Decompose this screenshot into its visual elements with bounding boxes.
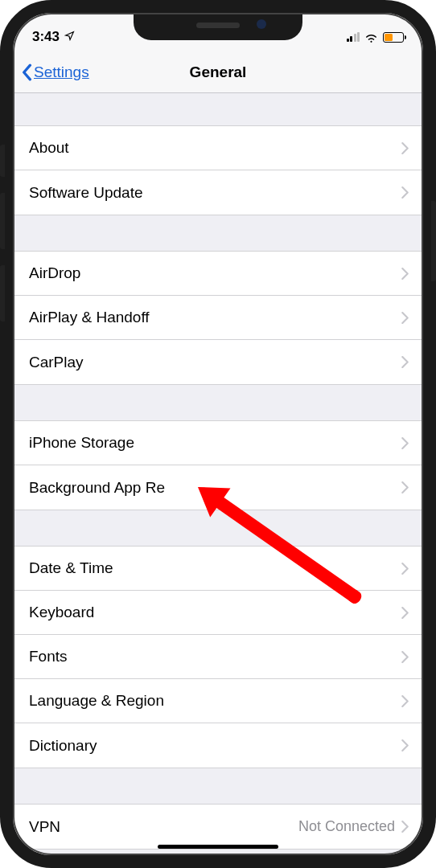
row-label: AirPlay & Handoff (29, 309, 401, 326)
cellular-signal-icon (347, 32, 360, 42)
chevron-right-icon (401, 739, 409, 751)
chevron-right-icon (401, 821, 409, 833)
chevron-right-icon (401, 186, 409, 199)
row-label: Keyboard (29, 604, 401, 621)
settings-group: iPhone StorageBackground App Re (13, 420, 423, 510)
row-keyboard[interactable]: Keyboard (13, 591, 423, 635)
chevron-right-icon (401, 312, 409, 324)
group-gap (13, 93, 423, 125)
back-button[interactable]: Settings (21, 63, 89, 81)
row-label: Date & Time (29, 559, 401, 577)
battery-icon (383, 32, 404, 43)
page-title: General (190, 63, 247, 81)
row-language-region[interactable]: Language & Region (13, 679, 423, 723)
row-about[interactable]: About (13, 126, 423, 170)
status-time: 3:43 (32, 29, 60, 45)
settings-group: VPNNot Connected (13, 804, 423, 850)
row-label: Software Update (29, 184, 401, 202)
row-fonts[interactable]: Fonts (13, 635, 423, 679)
nav-header: Settings General (13, 51, 423, 93)
chevron-right-icon (401, 651, 409, 663)
chevron-right-icon (401, 563, 409, 575)
chevron-left-icon (21, 63, 32, 81)
row-label: Language & Region (29, 692, 401, 710)
settings-list[interactable]: AboutSoftware UpdateAirDropAirPlay & Han… (13, 93, 423, 855)
group-gap (13, 510, 423, 546)
row-detail: Not Connected (298, 818, 395, 835)
row-label: Fonts (29, 648, 401, 665)
chevron-right-icon (401, 142, 409, 154)
settings-group: Date & TimeKeyboardFontsLanguage & Regio… (13, 546, 423, 768)
row-software-update[interactable]: Software Update (13, 170, 423, 215)
settings-group: AboutSoftware Update (13, 125, 423, 215)
group-gap (13, 215, 423, 251)
row-airdrop[interactable]: AirDrop (13, 252, 423, 296)
row-airplay-handoff[interactable]: AirPlay & Handoff (13, 296, 423, 340)
back-label: Settings (34, 63, 89, 81)
location-icon (64, 29, 75, 45)
row-label: AirDrop (29, 264, 401, 282)
row-label: CarPlay (29, 354, 401, 371)
chevron-right-icon (401, 695, 409, 707)
row-iphone-storage[interactable]: iPhone Storage (13, 421, 423, 465)
group-gap (13, 768, 423, 804)
home-indicator[interactable] (158, 845, 278, 849)
row-vpn[interactable]: VPNNot Connected (13, 805, 423, 849)
chevron-right-icon (401, 356, 409, 368)
row-label: iPhone Storage (29, 434, 401, 452)
row-label: Background App Re (29, 479, 401, 497)
chevron-right-icon (401, 437, 409, 449)
row-label: VPN (29, 818, 298, 836)
row-label: About (29, 139, 401, 157)
row-dictionary[interactable]: Dictionary (13, 723, 423, 768)
row-background-app-refresh[interactable]: Background App Re (13, 465, 423, 510)
chevron-right-icon (401, 607, 409, 619)
chevron-right-icon (401, 481, 409, 493)
group-gap (13, 385, 423, 420)
wifi-icon (364, 32, 378, 43)
row-label: Dictionary (29, 737, 401, 755)
row-carplay[interactable]: CarPlay (13, 340, 423, 384)
settings-group: AirDropAirPlay & HandoffCarPlay (13, 251, 423, 385)
row-date-time[interactable]: Date & Time (13, 547, 423, 591)
chevron-right-icon (401, 268, 409, 280)
